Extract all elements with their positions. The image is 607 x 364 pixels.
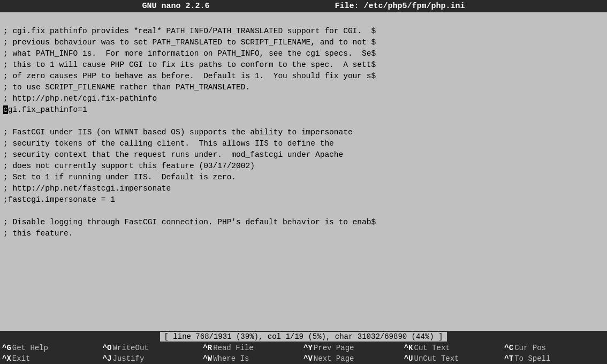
shortcut-label-uncut-text: UnCut Text <box>414 354 459 363</box>
app-name: GNU nano 2.2.6 <box>142 2 209 11</box>
shortcut-bar: ^G Get Help ^O WriteOut ^R Read File ^Y … <box>0 343 607 364</box>
shortcut-key-x: ^X <box>2 354 11 363</box>
shortcut-label-exit: Exit <box>12 354 31 363</box>
shortcut-label-writeout: WriteOut <box>112 344 148 352</box>
shortcut-label-to-spell: To Spell <box>514 354 550 363</box>
shortcut-key-v: ^V <box>304 354 313 363</box>
status-text: [ line 768/1931 (39%), col 1/19 (5%), ch… <box>160 332 447 342</box>
shortcut-key-k: ^K <box>404 344 413 352</box>
file-label: File: /etc/php5/fpm/php.ini <box>335 2 465 11</box>
shortcut-key-y: ^Y <box>304 344 313 352</box>
shortcut-label-read-file: Read File <box>213 344 254 352</box>
shortcut-cur-pos: ^C Cur Pos <box>504 344 605 352</box>
shortcut-writeout: ^O WriteOut <box>103 344 203 352</box>
shortcut-label-cut-text: Cut Text <box>414 344 450 352</box>
shortcut-label-next-page: Next Page <box>314 354 354 363</box>
shortcut-key-r: ^R <box>203 344 212 352</box>
shortcut-where-is: ^W Where Is <box>203 354 304 363</box>
shortcut-exit: ^X Exit <box>2 354 103 363</box>
shortcut-label-cur-pos: Cur Pos <box>514 344 546 352</box>
shortcut-row-1: ^G Get Help ^O WriteOut ^R Read File ^Y … <box>0 343 607 353</box>
shortcut-cut-text: ^K Cut Text <box>404 344 505 352</box>
shortcut-key-w: ^W <box>203 354 212 363</box>
shortcut-to-spell: ^T To Spell <box>504 354 605 363</box>
shortcut-label-justify: Justify <box>112 354 144 363</box>
shortcut-label-where-is: Where Is <box>213 354 249 363</box>
shortcut-label-prev-page: Prev Page <box>314 344 354 352</box>
shortcut-prev-page: ^Y Prev Page <box>304 344 404 352</box>
shortcut-key-g: ^G <box>2 344 11 352</box>
shortcut-uncut-text: ^U UnCut Text <box>404 354 505 363</box>
status-bar: [ line 768/1931 (39%), col 1/19 (5%), ch… <box>0 331 607 343</box>
terminal-window: GNU nano 2.2.6 File: /etc/php5/fpm/php.i… <box>0 0 607 364</box>
shortcut-get-help: ^G Get Help <box>2 344 103 352</box>
shortcut-key-o: ^O <box>103 344 112 352</box>
shortcut-key-c: ^C <box>504 344 513 352</box>
editor-line-1: ; cgi.fix_pathinfo provides *real* PATH_… <box>3 27 376 238</box>
shortcut-read-file: ^R Read File <box>203 344 304 352</box>
shortcut-next-page: ^V Next Page <box>304 354 404 363</box>
shortcut-justify: ^J Justify <box>103 354 203 363</box>
editor-area[interactable]: ; cgi.fix_pathinfo provides *real* PATH_… <box>0 12 607 331</box>
shortcut-label-get-help: Get Help <box>12 344 48 352</box>
shortcut-key-t: ^T <box>504 354 513 363</box>
title-bar: GNU nano 2.2.6 File: /etc/php5/fpm/php.i… <box>0 0 607 12</box>
shortcut-row-2: ^X Exit ^J Justify ^W Where Is ^V Next P… <box>0 353 607 364</box>
shortcut-key-u: ^U <box>404 354 413 363</box>
shortcut-key-j: ^J <box>103 354 112 363</box>
